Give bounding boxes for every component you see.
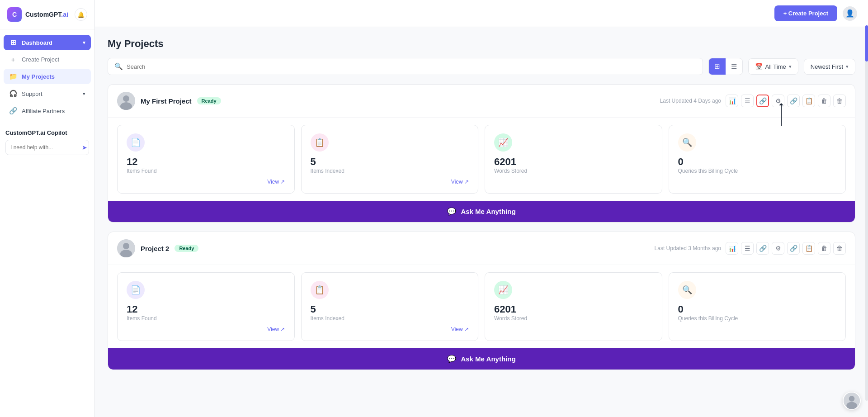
project-1-avatar [117,92,135,110]
svg-point-6 [123,243,129,249]
project-1-status: Ready [197,97,221,104]
notification-bell-icon[interactable]: 🔔 [75,8,87,21]
settings-icon[interactable]: ⚙ [772,242,784,255]
user-avatar-bottom[interactable] [843,392,861,410]
sidebar-item-label: Create Project [22,56,59,63]
list-icon[interactable]: ☰ [741,95,754,107]
items-found-icon: 📄 [127,281,145,299]
copilot-input-box[interactable]: ➤ [5,140,89,155]
stat-number: 12 Items Found [127,303,285,322]
items-indexed-icon: 📋 [311,133,329,152]
words-stored-icon: 📈 [494,133,512,152]
project-1-last-updated: Last Updated 4 Days ago [660,98,721,104]
affiliate-icon: 🔗 [9,107,17,115]
project-2-avatar [117,239,135,257]
sidebar-item-my-projects[interactable]: 📁 My Projects [4,69,91,84]
ask-bar-label: Ask Me Anything [461,208,515,215]
project-2-last-updated: Last Updated 3 Months ago [655,245,721,251]
items-found-view-link[interactable]: View ↗ [267,179,285,185]
copy-icon[interactable]: 📋 [802,242,815,255]
stat-number: 12 Items Found [127,156,285,174]
share-icon[interactable]: 🔗 [787,242,800,255]
support-icon: 🎧 [9,90,17,98]
items-indexed-icon: 📋 [311,281,329,299]
chat-icon: 💬 [447,355,456,363]
chevron-down-icon: ▾ [846,64,849,70]
project-2-name: Project 2 [141,245,169,252]
project-card-2: Project 2 Ready Last Updated 3 Months ag… [108,232,855,370]
project-2-stats: 📄 12 Items Found View ↗ 📋 5 Items Indexe… [108,265,855,348]
project-1-meta: Last Updated 4 Days ago 📊 ☰ 🔗 ⚙ 🔗 📋 🗑 🗑 [660,95,846,107]
logo-text: CustomGPT.ai [25,11,68,18]
stat-items-indexed-2: 📋 5 Items Indexed View ↗ [301,272,479,341]
page-title: My Projects [108,38,855,50]
plus-icon: + [9,56,17,63]
send-icon[interactable]: ➤ [82,144,87,151]
project-2-header: Project 2 Ready Last Updated 3 Months ag… [108,232,855,265]
stat-number: 5 Items Indexed [311,156,469,174]
sidebar: C CustomGPT.ai 🔔 ⊞ Dashboard ▾ + Create … [0,0,95,417]
queries-icon: 🔍 [678,281,696,299]
share-icon[interactable]: 🔗 [787,95,800,107]
sidebar-logo: C CustomGPT.ai 🔔 [0,0,94,29]
items-indexed-view-link-2[interactable]: View ↗ [451,326,469,332]
chevron-down-icon: ▾ [789,64,792,70]
stat-items-found-1: 📄 12 Items Found View ↗ [117,125,295,194]
link-icon[interactable]: 🔗 [756,242,769,255]
stats-icon[interactable]: 📊 [726,95,738,107]
ask-me-anything-bar-1[interactable]: 💬 Ask Me Anything [108,201,855,222]
copy-icon[interactable]: 📋 [802,95,815,107]
create-project-button[interactable]: + Create Project [774,5,837,21]
queries-icon: 🔍 [678,133,696,152]
delete-icon-2[interactable]: 🗑 [833,95,846,107]
copilot-section: CustomGPT.ai Copilot ➤ [0,124,94,155]
main-content: + Create Project 👤 My Projects 🔍 ⊞ ☰ 📅 A… [95,0,868,417]
copilot-title: CustomGPT.ai Copilot [5,129,89,136]
list-icon[interactable]: ☰ [741,242,754,255]
ask-me-anything-bar-2[interactable]: 💬 Ask Me Anything [108,348,855,370]
search-input[interactable] [127,63,696,70]
header-avatar: 👤 [843,6,857,21]
all-time-filter[interactable]: 📅 All Time ▾ [748,58,798,75]
sidebar-item-support[interactable]: 🎧 Support ▾ [4,86,91,101]
stat-items-indexed-1: 📋 5 Items Indexed View ↗ [301,125,479,194]
chevron-down-icon: ▾ [83,91,85,97]
folder-icon: 📁 [9,72,17,81]
stat-number: 6201 Words Stored [494,156,653,174]
delete-icon-1[interactable]: 🗑 [818,242,830,255]
grid-view-button[interactable]: ⊞ [709,58,726,75]
link-icon[interactable]: 🔗 [756,95,769,107]
items-found-view-link-2[interactable]: View ↗ [267,326,285,332]
calendar-icon: 📅 [755,63,763,70]
list-view-button[interactable]: ☰ [726,58,742,75]
svg-point-10 [846,402,857,409]
sidebar-nav: ⊞ Dashboard ▾ + Create Project 📁 My Proj… [0,29,94,124]
delete-icon-1[interactable]: 🗑 [818,95,830,107]
project-2-actions: 📊 ☰ 🔗 ⚙ 🔗 📋 🗑 🗑 [726,242,846,255]
stats-icon[interactable]: 📊 [726,242,738,255]
page-content: My Projects 🔍 ⊞ ☰ 📅 All Time ▾ Newest Fi… [95,27,868,417]
svg-point-9 [849,396,855,402]
search-icon: 🔍 [114,62,123,71]
scrollbar[interactable] [865,25,868,401]
sidebar-item-affiliate-partners[interactable]: 🔗 Affiliate Partners [4,103,91,118]
chevron-down-icon: ▾ [83,40,85,46]
search-box[interactable]: 🔍 [108,58,703,75]
words-stored-icon: 📈 [494,281,512,299]
delete-icon-2[interactable]: 🗑 [833,242,846,255]
sidebar-item-dashboard[interactable]: ⊞ Dashboard ▾ [4,35,91,50]
sort-filter[interactable]: Newest First ▾ [804,59,855,75]
scrollbar-thumb[interactable] [865,25,868,62]
arrow-annotation [774,103,788,128]
project-card-1: My First Project Ready Last Updated 4 Da… [108,84,855,223]
project-1-name: My First Project [141,97,192,105]
stat-queries-2: 🔍 0 Queries this Billing Cycle [669,272,846,341]
stat-items-found-2: 📄 12 Items Found View ↗ [117,272,295,341]
items-indexed-view-link[interactable]: View ↗ [451,179,469,185]
copilot-input[interactable] [10,144,78,151]
svg-marker-4 [779,103,783,105]
sidebar-item-create-project[interactable]: + Create Project [4,52,91,67]
logo-icon: C [7,7,22,22]
dashboard-icon: ⊞ [9,38,17,47]
project-2-status: Ready [175,245,198,252]
